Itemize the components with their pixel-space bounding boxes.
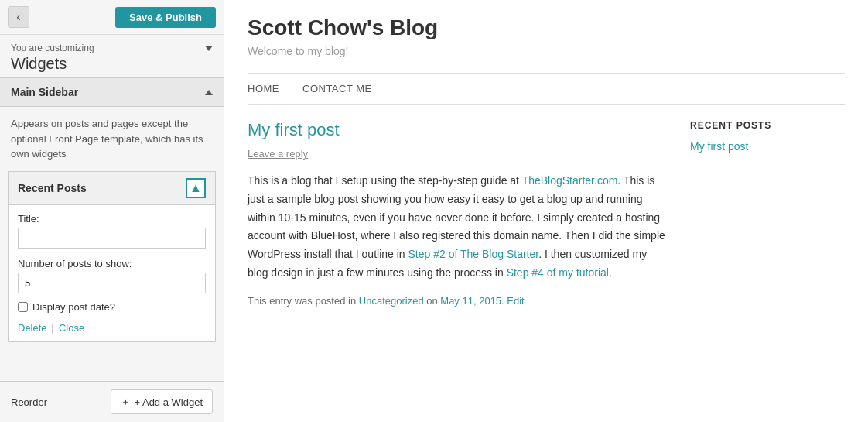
widget-links: Delete | Close: [18, 322, 206, 334]
post-body: This is a blog that I setup using the st…: [248, 172, 667, 283]
display-date-label: Display post date?: [32, 301, 115, 313]
top-bar: ‹ Save & Publish: [0, 0, 224, 35]
step2-link[interactable]: Step #2 of The Blog Starter: [408, 248, 539, 260]
widget-title: Recent Posts: [18, 182, 87, 194]
leave-reply-link[interactable]: Leave a reply: [248, 148, 667, 160]
main-sidebar-bar: Main Sidebar: [0, 77, 224, 107]
post-title: My first post: [248, 120, 667, 140]
bottom-bar: Reorder ＋ + Add a Widget: [0, 381, 224, 422]
content-area: My first post Leave a reply This is a bl…: [248, 120, 845, 307]
posts-count-input[interactable]: [18, 273, 206, 293]
blog-tagline: Welcome to my blog!: [248, 45, 845, 57]
sidebar-description: Appears on posts and pages except the op…: [0, 107, 224, 171]
sidebar-widget: RECENT POSTS My first post: [690, 120, 845, 307]
display-date-row: Display post date?: [18, 301, 206, 313]
add-widget-button[interactable]: ＋ + Add a Widget: [111, 389, 213, 414]
delete-link[interactable]: Delete: [18, 322, 47, 334]
close-link[interactable]: Close: [59, 322, 84, 334]
nav-bar: HOME CONTACT ME: [248, 73, 845, 105]
widget-header: Recent Posts ▲: [9, 172, 215, 205]
step4-link[interactable]: Step #4 of my tutorial: [507, 266, 609, 279]
left-customizer-panel: ‹ Save & Publish You are customizing Wid…: [0, 0, 224, 422]
title-field-label: Title:: [18, 213, 206, 225]
post-meta: This entry was posted in Uncategorized o…: [248, 295, 667, 307]
back-button[interactable]: ‹: [8, 6, 29, 28]
collapse-icon[interactable]: [205, 90, 213, 95]
sidebar-post-link[interactable]: My first post: [690, 140, 748, 153]
right-panel: Scott Chow's Blog Welcome to my blog! HO…: [224, 0, 868, 422]
display-date-checkbox[interactable]: [18, 302, 28, 312]
customizing-section: You are customizing Widgets: [0, 35, 224, 77]
title-input[interactable]: [18, 228, 206, 249]
reorder-button[interactable]: Reorder: [11, 396, 47, 408]
posts-count-label: Number of posts to show:: [18, 258, 206, 269]
edit-link[interactable]: Edit: [507, 295, 524, 307]
sidebar-widget-title: RECENT POSTS: [690, 120, 845, 131]
nav-home[interactable]: HOME: [248, 83, 279, 94]
back-icon: ‹: [16, 10, 20, 24]
save-publish-button[interactable]: Save & Publish: [115, 7, 216, 28]
blog-title: Scott Chow's Blog: [248, 15, 845, 40]
plus-icon: ＋: [121, 395, 131, 409]
date-link[interactable]: May 11, 2015: [440, 295, 501, 307]
recent-posts-widget: Recent Posts ▲ Title: Number of posts to…: [8, 171, 216, 342]
customizing-title: Widgets: [11, 55, 213, 73]
category-link[interactable]: Uncategorized: [359, 295, 424, 307]
blog-starter-link[interactable]: TheBlogStarter.com: [522, 174, 618, 187]
main-content: My first post Leave a reply This is a bl…: [248, 120, 667, 307]
chevron-down-icon: [205, 46, 213, 51]
nav-contact[interactable]: CONTACT ME: [302, 83, 372, 94]
customizing-label: You are customizing: [11, 43, 213, 53]
add-widget-label: + Add a Widget: [134, 396, 203, 408]
widget-body: Title: Number of posts to show: Display …: [9, 205, 215, 341]
widget-toggle-button[interactable]: ▲: [186, 178, 206, 198]
